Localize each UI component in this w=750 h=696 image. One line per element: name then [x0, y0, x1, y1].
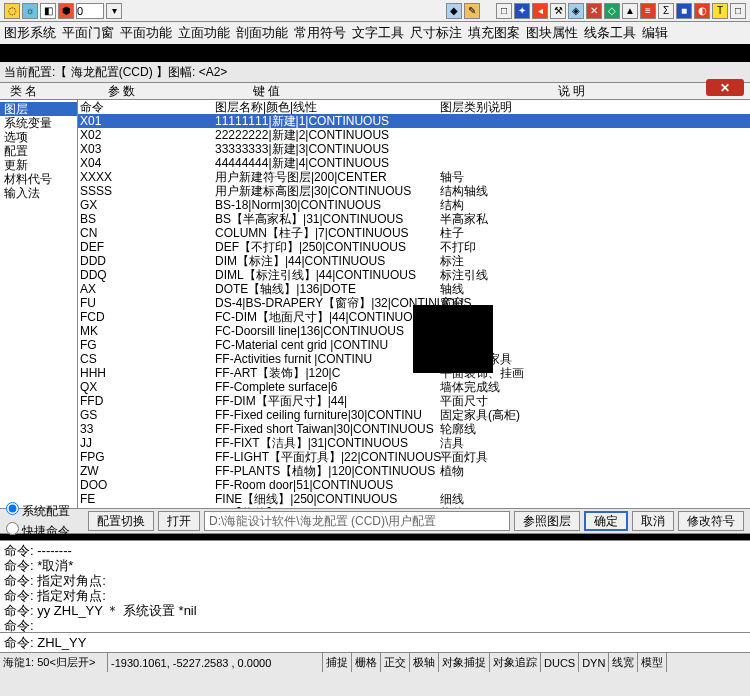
tree-item-layer[interactable]: 图层: [0, 102, 77, 116]
ok-button[interactable]: 确定: [584, 511, 628, 531]
table-row[interactable]: DOOFF-Room door|51|CONTINUOUS: [78, 478, 750, 492]
layer-combo[interactable]: [76, 3, 104, 19]
tool-icon-1[interactable]: ◆: [446, 3, 462, 19]
table-row[interactable]: GJGJ【构件】|25|CONTINUOUS构件: [78, 506, 750, 508]
tool-icon-9[interactable]: ◇: [604, 3, 620, 19]
table-row[interactable]: X0333333333|新建|3|CONTINUOUS: [78, 142, 750, 156]
cancel-button[interactable]: 取消: [632, 511, 674, 531]
table-row[interactable]: FFDFF-DIM【平面尺寸】|44|平面尺寸: [78, 394, 750, 408]
chevron-down-icon[interactable]: ▾: [106, 3, 122, 19]
tool-icon-15[interactable]: T: [712, 3, 728, 19]
table-row[interactable]: DDQDIML【标注引线】|44|CONTINUOUS标注引线: [78, 268, 750, 282]
table-row[interactable]: X0111111111|新建|1|CONTINUOUS: [78, 114, 750, 128]
cell-cmd: ZW: [78, 464, 213, 478]
cell-cmd: FU: [78, 296, 213, 310]
config-path-input[interactable]: [204, 511, 510, 531]
magnet-icon[interactable]: ⬢: [58, 3, 74, 19]
status-lwt[interactable]: 线宽: [609, 653, 638, 672]
menu-plan-func[interactable]: 平面功能: [118, 22, 174, 44]
cell-cmd: FCD: [78, 310, 213, 324]
tool-icon-6[interactable]: ⚒: [550, 3, 566, 19]
tree-item-material[interactable]: 材料代号: [0, 172, 77, 186]
status-otrack[interactable]: 对象追踪: [490, 653, 541, 672]
table-row[interactable]: FEFINE【细线】|250|CONTINUOUS细线: [78, 492, 750, 506]
menu-section-func[interactable]: 剖面功能: [234, 22, 290, 44]
table-row[interactable]: GXBS-18|Norm|30|CONTINUOUS结构: [78, 198, 750, 212]
cell-desc: 轴号: [438, 170, 464, 184]
menu-dimensions[interactable]: 尺寸标注: [408, 22, 464, 44]
status-ducs[interactable]: DUCS: [541, 653, 579, 672]
cell-val: FINE【细线】|250|CONTINUOUS: [213, 492, 438, 506]
columns-header: 类 名 参 数 键 值 说 明: [0, 82, 750, 100]
tool-icon-3[interactable]: □: [496, 3, 512, 19]
status-ortho[interactable]: 正交: [381, 653, 410, 672]
menu-plan-window[interactable]: 平面门窗: [60, 22, 116, 44]
status-grid[interactable]: 栅格: [352, 653, 381, 672]
table-row[interactable]: XXXX用户新建符号图层|200|CENTER轴号: [78, 170, 750, 184]
radio-system-config[interactable]: 系统配置: [6, 502, 84, 520]
cell-cmd: SSSS: [78, 184, 213, 198]
command-input-row[interactable]: 命令: ZHL_YY: [0, 632, 750, 652]
table-row[interactable]: X0444444444|新建|4|CONTINUOUS: [78, 156, 750, 170]
status-dyn[interactable]: DYN: [579, 653, 609, 672]
menu-symbols[interactable]: 常用符号: [292, 22, 348, 44]
tree-item-update[interactable]: 更新: [0, 158, 77, 172]
modify-symbol-button[interactable]: 修改符号: [678, 511, 744, 531]
table-row[interactable]: BSBS【半高家私】|31|CONTINUOUS半高家私: [78, 212, 750, 226]
status-snap[interactable]: 捕捉: [323, 653, 352, 672]
tool-icon-5[interactable]: ◂: [532, 3, 548, 19]
menu-hatch[interactable]: 填充图案: [466, 22, 522, 44]
table-row[interactable]: JJFF-FIXT【洁具】|31|CONTINUOUS洁具: [78, 436, 750, 450]
tool-icon-13[interactable]: ■: [676, 3, 692, 19]
cell-val: FF-LIGHT【平面灯具】|22|CONTINUOUS: [213, 450, 438, 464]
sun-icon[interactable]: ☼: [22, 3, 38, 19]
close-button[interactable]: ✕: [706, 79, 744, 96]
menu-graphic-sys[interactable]: 图形系统: [2, 22, 58, 44]
tool-icon-4[interactable]: ✦: [514, 3, 530, 19]
ref-layer-button[interactable]: 参照图层: [514, 511, 580, 531]
tool-icon-7[interactable]: ◈: [568, 3, 584, 19]
tool-icon-11[interactable]: ≡: [640, 3, 656, 19]
cell-desc: 轴线: [438, 282, 464, 296]
menu-text-tool[interactable]: 文字工具: [350, 22, 406, 44]
tool-icon-14[interactable]: ◐: [694, 3, 710, 19]
table-row[interactable]: CNCOLUMN【柱子】|7|CONTINUOUS柱子: [78, 226, 750, 240]
table-row[interactable]: QXFF-Complete surface|6墙体完成线: [78, 380, 750, 394]
status-polar[interactable]: 极轴: [410, 653, 439, 672]
table-row[interactable]: 33FF-Fixed short Taiwan|30|CONTINUOUS轮廓线: [78, 422, 750, 436]
switch-config-button[interactable]: 配置切换: [88, 511, 154, 531]
menu-block-attr[interactable]: 图块属性: [524, 22, 580, 44]
status-model[interactable]: 模型: [638, 653, 667, 672]
layer-icon[interactable]: ◧: [40, 3, 56, 19]
table-row[interactable]: FPGFF-LIGHT【平面灯具】|22|CONTINUOUS平面灯具: [78, 450, 750, 464]
status-osnap[interactable]: 对象捕捉: [439, 653, 490, 672]
tree-item-options[interactable]: 选项: [0, 130, 77, 144]
tool-icon-16[interactable]: □: [730, 3, 746, 19]
menu-elev-func[interactable]: 立面功能: [176, 22, 232, 44]
table-row[interactable]: GSFF-Fixed ceiling furniture|30|CONTINU固…: [78, 408, 750, 422]
tree-item-sysvar[interactable]: 系统变量: [0, 116, 77, 130]
open-button[interactable]: 打开: [158, 511, 200, 531]
tool-icon-12[interactable]: Σ: [658, 3, 674, 19]
status-left: 海龍1: 50<归层开>: [0, 653, 108, 672]
bulb-icon[interactable]: ◌: [4, 3, 20, 19]
tree-item-config[interactable]: 配置: [0, 144, 77, 158]
table-row[interactable]: AXDOTE【轴线】|136|DOTE轴线: [78, 282, 750, 296]
table-row[interactable]: DEFDEF【不打印】|250|CONTINUOUS不打印: [78, 240, 750, 254]
radio-quick-cmd[interactable]: 快捷命令: [6, 522, 84, 540]
table-row[interactable]: DDDDIM【标注】|44|CONTINUOUS标注: [78, 254, 750, 268]
menu-edit[interactable]: 编辑: [640, 22, 670, 44]
cell-val: FF-ART【装饰】|120|C: [213, 366, 438, 380]
tool-icon-2[interactable]: ✎: [464, 3, 480, 19]
tool-icon-8[interactable]: ✕: [586, 3, 602, 19]
tree-item-ime[interactable]: 输入法: [0, 186, 77, 200]
tool-icon-10[interactable]: ▲: [622, 3, 638, 19]
cell-cmd: GJ: [78, 506, 213, 508]
cell-cmd: X02: [78, 128, 213, 142]
table-row[interactable]: X0222222222|新建|2|CONTINUOUS: [78, 128, 750, 142]
table-row[interactable]: SSSS用户新建标高图层|30|CONTINUOUS结构轴线: [78, 184, 750, 198]
table-row[interactable]: ZWFF-PLANTS【植物】|120|CONTINUOUS植物: [78, 464, 750, 478]
cell-cmd: X04: [78, 156, 213, 170]
menu-line-tool[interactable]: 线条工具: [582, 22, 638, 44]
cell-val: FC-DIM【地面尺寸】|44|CONTINUOUS: [213, 310, 438, 324]
